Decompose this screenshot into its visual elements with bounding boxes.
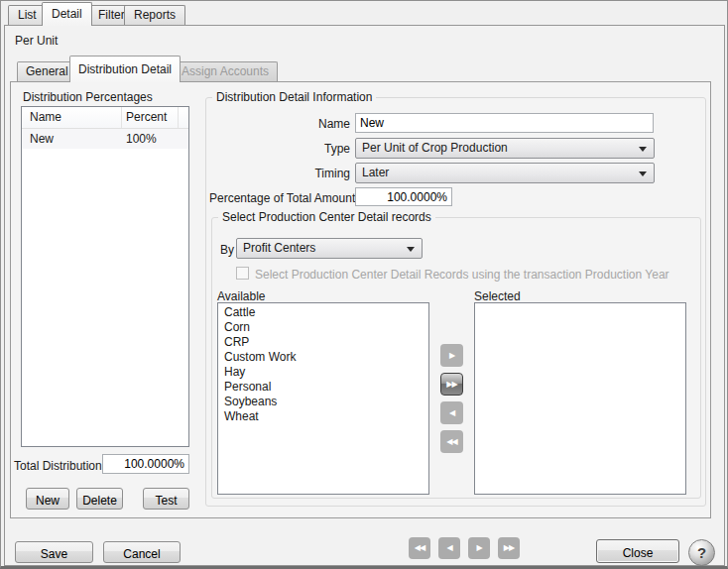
- selected-label: Selected: [474, 289, 521, 303]
- table-row[interactable]: New 100%: [22, 129, 188, 149]
- percentage-of-total-input[interactable]: [355, 187, 452, 206]
- table-header: Name Percent: [22, 107, 188, 129]
- chevron-down-icon: [639, 147, 647, 152]
- subtab-general[interactable]: General: [17, 61, 77, 81]
- percentage-of-total-label: Percentage of Total Amount: [209, 191, 350, 205]
- column-header-name[interactable]: Name: [22, 107, 122, 128]
- list-item[interactable]: Corn: [218, 320, 428, 335]
- chevron-down-icon: [639, 171, 647, 176]
- distribution-percentages-table: Name Percent New 100%: [21, 106, 189, 447]
- name-label: Name: [209, 117, 350, 131]
- list-item[interactable]: Soybeans: [218, 395, 428, 409]
- list-item[interactable]: CRP: [218, 335, 428, 350]
- production-year-checkbox-label: Select Production Center Detail Records …: [255, 268, 669, 282]
- distribution-detail-dialog: List Detail Filter Reports Per Unit Gene…: [0, 0, 728, 569]
- previous-record-button[interactable]: ◀: [438, 537, 460, 559]
- move-all-left-button[interactable]: ◀◀: [440, 430, 463, 453]
- list-item[interactable]: Personal: [218, 380, 428, 395]
- first-record-button[interactable]: ◀◀: [409, 537, 430, 559]
- by-dropdown[interactable]: Profit Centers: [236, 238, 423, 259]
- group-title: Distribution Detail Information: [212, 90, 376, 104]
- new-button[interactable]: New: [26, 488, 69, 510]
- by-label: By: [220, 243, 234, 257]
- type-label: Type: [209, 142, 350, 156]
- last-record-button[interactable]: ▶▶: [498, 537, 520, 559]
- cell-name: New: [22, 129, 122, 149]
- available-label: Available: [217, 289, 265, 303]
- delete-button[interactable]: Delete: [76, 488, 123, 510]
- move-right-button[interactable]: ▶: [440, 344, 463, 367]
- test-button[interactable]: Test: [143, 488, 189, 510]
- list-item[interactable]: Custom Work: [218, 350, 428, 365]
- tab-list[interactable]: List: [8, 5, 47, 26]
- name-input[interactable]: [355, 113, 654, 133]
- subtab-distribution-detail[interactable]: Distribution Detail: [69, 56, 181, 82]
- timing-selected-value: Later: [362, 166, 389, 179]
- help-icon[interactable]: ?: [688, 539, 715, 566]
- column-header-percent[interactable]: Percent: [122, 107, 179, 128]
- move-all-right-button[interactable]: ▶▶: [440, 373, 463, 396]
- subtab-assign-accounts[interactable]: Assign Accounts: [173, 61, 278, 81]
- chevron-down-icon: [407, 247, 415, 252]
- save-button[interactable]: Save: [15, 541, 93, 563]
- type-dropdown[interactable]: Per Unit of Crop Production: [355, 138, 655, 159]
- group-title: Select Production Center Detail records: [218, 210, 435, 224]
- production-year-checkbox[interactable]: [236, 267, 249, 280]
- total-distribution-input[interactable]: [102, 454, 189, 474]
- tab-reports[interactable]: Reports: [124, 5, 185, 26]
- tab-detail[interactable]: Detail: [42, 2, 92, 26]
- available-list[interactable]: Cattle Corn CRP Custom Work Hay Personal…: [217, 302, 429, 495]
- next-record-button[interactable]: ▶: [468, 537, 490, 559]
- move-left-button[interactable]: ◀: [440, 401, 463, 424]
- list-item[interactable]: Hay: [218, 365, 428, 380]
- timing-label: Timing: [209, 167, 350, 180]
- type-selected-value: Per Unit of Crop Production: [362, 141, 508, 155]
- record-title: Per Unit: [15, 34, 58, 48]
- distribution-percentages-title: Distribution Percentages: [23, 90, 153, 104]
- selected-list[interactable]: [474, 302, 686, 495]
- list-item[interactable]: Cattle: [218, 305, 428, 320]
- by-selected-value: Profit Centers: [243, 241, 315, 255]
- close-button[interactable]: Close: [596, 539, 679, 563]
- total-distribution-label: Total Distribution: [14, 459, 102, 473]
- cell-percent: 100%: [122, 129, 179, 149]
- timing-dropdown[interactable]: Later: [355, 163, 655, 183]
- cancel-button[interactable]: Cancel: [103, 541, 181, 563]
- list-item[interactable]: Wheat: [218, 409, 428, 424]
